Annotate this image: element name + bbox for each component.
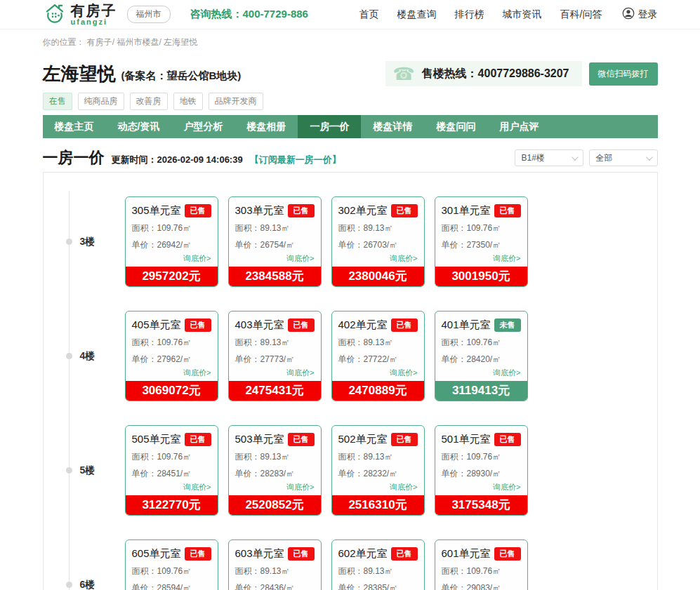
floor-meta: 4楼 [44, 311, 125, 401]
breadcrumb-label: 你的位置： [43, 37, 85, 47]
unit-card-body: 503单元室 已售 面积：89.13㎡ 单价：28283/㎡ 询底价> [229, 426, 321, 495]
unit-card[interactable]: 602单元室 已售 面积：89.13㎡ 单价：28385/㎡ 询底价> 2529… [331, 539, 425, 590]
unit-card-body: 605单元室 已售 面积：109.76㎡ 单价：28594/㎡ 询底价> [126, 540, 218, 590]
area-line: 面积：109.76㎡ [442, 451, 521, 463]
total-price-bar: 3119413元 [435, 381, 527, 401]
nav-item-city-news[interactable]: 城市资讯 [503, 8, 542, 21]
wechat-scan-call-button[interactable]: 微信扫码拨打 [589, 62, 658, 86]
tab-photo-album[interactable]: 楼盘相册 [235, 115, 298, 138]
status-badge: 已售 [288, 433, 315, 446]
tab-reviews[interactable]: 用户点评 [487, 115, 550, 138]
login-button[interactable]: 登录 [622, 7, 658, 22]
timeline-dot [66, 582, 72, 588]
site-logo[interactable]: 有房子 ufangzi [43, 1, 117, 28]
unit-name: 605单元室 [132, 547, 181, 561]
unit-card-body: 303单元室 已售 面积：89.13㎡ 单价：26754/㎡ 询底价> [229, 197, 321, 267]
unit-price-line: 单价：28436/㎡ [235, 582, 315, 590]
status-badge: 已售 [494, 433, 521, 446]
floor-label: 3楼 [80, 236, 95, 248]
tab-questions[interactable]: 楼盘问问 [424, 115, 487, 138]
tab-news[interactable]: 动态/资讯 [106, 115, 172, 138]
unit-card[interactable]: 603单元室 已售 面积：89.13㎡ 单价：28436/㎡ 询底价> 2534… [228, 539, 322, 590]
city-selector[interactable]: 福州市 [127, 6, 171, 23]
unit-filter-select[interactable]: 全部 [589, 149, 658, 166]
area-line: 面积：89.13㎡ [338, 337, 418, 349]
building-select[interactable]: B1#楼 [515, 149, 583, 166]
breadcrumb-path[interactable]: 有房子/ 福州市楼盘/ 左海望悦 [87, 37, 197, 47]
unit-card[interactable]: 503单元室 已售 面积：89.13㎡ 单价：28283/㎡ 询底价> 2520… [228, 425, 322, 516]
timeline-dot [66, 353, 72, 359]
consult-hotline: 咨询热线：400-7729-886 [190, 8, 308, 21]
unit-price-line: 单价：26754/㎡ [235, 239, 315, 251]
nav-item-ranking[interactable]: 排行榜 [455, 8, 484, 21]
ask-bottom-price-link[interactable]: 询底价> [235, 482, 315, 492]
tab-home[interactable]: 楼盘主页 [43, 115, 106, 138]
total-price-bar: 3122770元 [126, 495, 218, 515]
ask-bottom-price-link[interactable]: 询底价> [338, 253, 418, 264]
floors-list: 3楼 305单元室 已售 面积：109.76㎡ 单价：26942/㎡ 询底价> … [44, 196, 657, 590]
ask-bottom-price-link[interactable]: 询底价> [235, 253, 315, 264]
area-line: 面积：89.13㎡ [235, 451, 315, 463]
nav-item-wiki-qa[interactable]: 百科/问答 [560, 8, 602, 21]
unit-price-line: 单价：28385/㎡ [338, 582, 418, 590]
unit-name: 301单元室 [442, 204, 491, 217]
unit-card[interactable]: 502单元室 已售 面积：89.13㎡ 单价：28232/㎡ 询底价> 2516… [331, 425, 425, 516]
price-panel: 3楼 305单元室 已售 面积：109.76㎡ 单价：26942/㎡ 询底价> … [43, 172, 658, 590]
floor-label: 5楼 [80, 464, 95, 477]
unit-card[interactable]: 303单元室 已售 面积：89.13㎡ 单价：26754/㎡ 询底价> 2384… [228, 196, 322, 287]
ask-bottom-price-link[interactable]: 询底价> [442, 368, 521, 378]
main-nav: 首页 楼盘查询 排行榜 城市资讯 百科/问答 [359, 8, 602, 21]
area-line: 面积：109.76㎡ [442, 222, 521, 234]
unit-card[interactable]: 501单元室 已售 面积：109.76㎡ 单价：28930/㎡ 询底价> 317… [435, 425, 528, 516]
tag-brand-developer: 品牌开发商 [209, 93, 263, 110]
unit-card-body: 505单元室 已售 面积：109.76㎡ 单价：28451/㎡ 询底价> [126, 426, 218, 495]
total-price-bar: 2516310元 [332, 495, 424, 515]
unit-card[interactable]: 301单元室 已售 面积：109.76㎡ 单价：27350/㎡ 询底价> 300… [435, 196, 528, 287]
unit-name: 405单元室 [132, 319, 181, 332]
floor-row: 3楼 305单元室 已售 面积：109.76㎡ 单价：26942/㎡ 询底价> … [44, 196, 657, 287]
user-icon [622, 7, 635, 22]
ask-bottom-price-link[interactable]: 询底价> [442, 482, 521, 492]
unit-card[interactable]: 405单元室 已售 面积：109.76㎡ 单价：27962/㎡ 询底价> 306… [125, 311, 218, 401]
unit-name: 602单元室 [338, 547, 388, 561]
ask-bottom-price-link[interactable]: 询底价> [338, 482, 418, 492]
ask-bottom-price-link[interactable]: 询底价> [235, 368, 315, 378]
unit-card-body: 403单元室 已售 面积：89.13㎡ 单价：27773/㎡ 询底价> [229, 311, 321, 381]
tab-floorplan-analysis[interactable]: 户型分析 [171, 115, 235, 138]
unit-card-body: 402单元室 已售 面积：89.13㎡ 单价：27722/㎡ 询底价> [332, 311, 424, 381]
update-time: 更新时间：2026-02-09 14:06:39 [112, 154, 243, 166]
unit-price-line: 单价：27962/㎡ [132, 354, 211, 366]
unit-name: 601单元室 [442, 547, 491, 561]
subscribe-link[interactable]: 【订阅最新一房一价】 [250, 154, 341, 166]
unit-card[interactable]: 601单元室 已售 面积：109.76㎡ 单价：29083/㎡ 询底价> 319… [435, 539, 528, 590]
ask-bottom-price-link[interactable]: 询底价> [442, 253, 521, 264]
tag-commercial-housing: 纯商品房 [78, 93, 124, 110]
hotline-label: 咨询热线： [190, 8, 243, 20]
unit-card-body: 601单元室 已售 面积：109.76㎡ 单价：29083/㎡ 询底价> [435, 540, 527, 590]
ask-bottom-price-link[interactable]: 询底价> [132, 368, 211, 378]
tab-details[interactable]: 楼盘详情 [361, 115, 424, 138]
unit-card[interactable]: 402单元室 已售 面积：89.13㎡ 单价：27722/㎡ 询底价> 2470… [331, 311, 425, 401]
unit-card-body: 405单元室 已售 面积：109.76㎡ 单价：27962/㎡ 询底价> [126, 311, 218, 381]
ask-bottom-price-link[interactable]: 询底价> [132, 482, 211, 492]
tab-unit-pricing[interactable]: 一房一价 [298, 115, 361, 138]
nav-item-search[interactable]: 楼盘查询 [397, 8, 437, 21]
unit-card[interactable]: 305单元室 已售 面积：109.76㎡ 单价：26942/㎡ 询底价> 295… [125, 196, 218, 287]
unit-card[interactable]: 302单元室 已售 面积：89.13㎡ 单价：26703/㎡ 询底价> 2380… [331, 196, 425, 287]
total-price-bar: 2520852元 [229, 495, 321, 515]
area-line: 面积：109.76㎡ [132, 451, 211, 463]
unit-cards: 505单元室 已售 面积：109.76㎡ 单价：28451/㎡ 询底价> 312… [125, 425, 528, 516]
unit-price-line: 单价：26703/㎡ [338, 239, 418, 251]
unit-price-line: 单价：28451/㎡ [132, 468, 211, 480]
unit-card[interactable]: 505单元室 已售 面积：109.76㎡ 单价：28451/㎡ 询底价> 312… [125, 425, 218, 516]
nav-item-home[interactable]: 首页 [359, 8, 379, 21]
unit-name: 501单元室 [442, 433, 491, 446]
unit-card[interactable]: 403单元室 已售 面积：89.13㎡ 单价：27773/㎡ 询底价> 2475… [228, 311, 322, 401]
unit-card[interactable]: 605单元室 已售 面积：109.76㎡ 单价：28594/㎡ 询底价> 313… [125, 539, 218, 590]
unit-card[interactable]: 401单元室 未售 面积：109.76㎡ 单价：28420/㎡ 询底价> 311… [435, 311, 528, 401]
area-line: 面积：89.13㎡ [235, 337, 315, 349]
ask-bottom-price-link[interactable]: 询底价> [338, 368, 418, 378]
ask-bottom-price-link[interactable]: 询底价> [132, 253, 211, 264]
status-badge: 已售 [185, 319, 211, 332]
tag-subway: 地铁 [173, 93, 203, 110]
